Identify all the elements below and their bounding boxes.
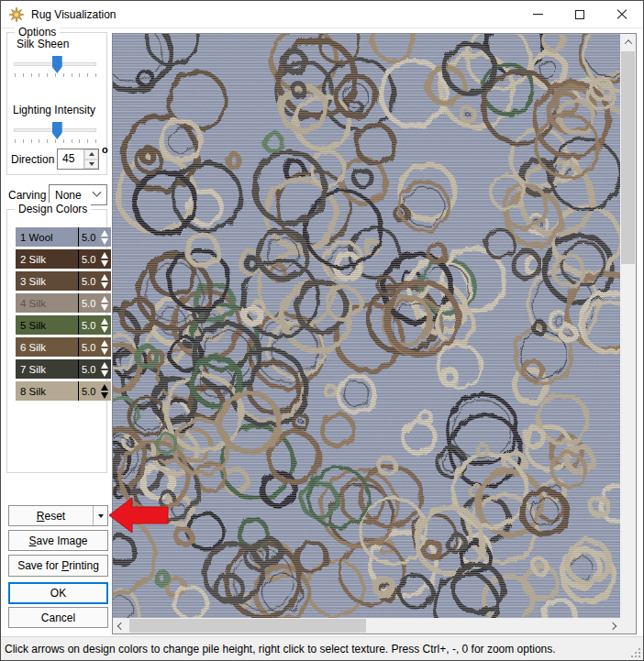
design-colors-group: Design Colors 1 Wool5.02 Silk5.03 Silk5.… [6,209,107,473]
degree-unit: o [102,144,108,155]
design-color-row[interactable]: 7 Silk5.0 [16,359,111,379]
maximize-icon [575,10,584,19]
pile-down-arrow[interactable] [101,392,108,399]
horizontal-scrollbar[interactable] [113,618,620,633]
pile-up-arrow[interactable] [101,296,108,303]
vertical-scrollbar[interactable] [620,34,636,633]
pile-down-arrow[interactable] [101,348,108,355]
pile-height-arrows [99,252,111,267]
pile-down-arrow[interactable] [101,238,108,245]
save-for-printing-button-label: Save for Printing [17,559,99,572]
status-bar: Click arrows on design colors to change … [1,636,643,660]
silk-sheen-slider[interactable] [14,62,96,66]
pile-height-value: 5.0 [79,386,99,397]
down-arrow-icon [89,162,94,166]
pile-height-value: 5.0 [79,254,99,265]
save-image-button[interactable]: Save Image [8,530,108,551]
lighting-intensity-label: Lighting Intensity [13,104,95,116]
rug-texture-image[interactable] [113,34,620,618]
pile-down-arrow[interactable] [101,304,108,311]
cancel-button[interactable]: Cancel [8,607,108,628]
pile-height-arrows [99,362,111,377]
direction-spinner[interactable]: 45 [57,149,99,170]
pile-up-arrow[interactable] [101,230,108,237]
minimize-button[interactable] [516,1,559,28]
pile-height-value: 5.0 [79,320,99,331]
pile-height-value: 5.0 [79,342,99,353]
ok-button-label: OK [50,587,66,600]
design-color-label: 4 Silk [16,298,78,309]
red-annotation-arrow-icon [106,495,171,535]
title-bar: Rug Visualization [1,1,643,28]
pile-height-arrows [99,384,111,399]
minimize-icon [533,14,543,15]
pile-height-arrows [99,296,111,311]
up-arrow-icon [89,152,94,156]
scrollbar-corner [620,618,636,633]
direction-label: Direction [11,153,54,166]
chevron-down-icon [93,188,102,197]
resize-grip[interactable] [630,647,642,659]
design-colors-group-label: Design Colors [15,203,91,215]
horizontal-scrollbar-thumb[interactable] [129,619,366,633]
pile-down-arrow[interactable] [101,282,108,289]
pile-up-arrow[interactable] [101,252,108,259]
pile-height-arrows [99,230,111,245]
pile-height-arrows [99,340,111,355]
direction-value[interactable]: 45 [58,149,83,169]
design-color-row[interactable]: 1 Wool5.0 [16,227,111,247]
dropdown-arrow-icon [98,514,104,518]
design-color-row[interactable]: 4 Silk5.0 [16,293,111,313]
design-color-row[interactable]: 6 Silk5.0 [16,337,111,357]
pile-height-value: 5.0 [79,298,99,309]
design-color-label: 1 Wool [16,232,78,243]
reset-button-label: Reset [37,510,65,523]
pile-down-arrow[interactable] [101,326,108,333]
scroll-right-button[interactable] [605,618,620,633]
pile-height-value: 5.0 [79,364,99,375]
reset-button[interactable]: Reset [8,505,108,526]
pile-down-arrow[interactable] [101,370,108,377]
vertical-scrollbar-thumb[interactable] [621,51,635,264]
save-image-button-label: Save Image [28,534,87,547]
pile-up-arrow[interactable] [101,318,108,325]
chevron-up-icon [624,39,631,47]
pile-height-arrows [99,318,111,333]
design-color-row[interactable]: 2 Silk5.0 [16,249,111,269]
direction-down-button[interactable] [84,160,98,170]
save-for-printing-button[interactable]: Save for Printing [8,555,108,577]
design-color-label: 8 Silk [16,386,78,397]
direction-spin-buttons [83,149,98,169]
silk-sheen-ticks [15,73,96,77]
scroll-left-button[interactable] [113,618,128,633]
close-button[interactable] [601,1,643,28]
pile-up-arrow[interactable] [101,362,108,369]
design-color-row[interactable]: 8 Silk5.0 [16,381,111,401]
chevron-left-icon [117,622,124,629]
pile-up-arrow[interactable] [101,340,108,347]
scroll-up-button[interactable] [620,34,636,50]
reset-dropdown-button[interactable] [93,506,107,525]
design-color-row[interactable]: 5 Silk5.0 [16,315,111,335]
carving-label: Carving [8,189,46,202]
silk-sheen-slider-thumb[interactable] [52,56,62,73]
pile-height-value: 5.0 [79,276,99,287]
direction-up-button[interactable] [84,149,98,160]
window-controls [516,1,643,28]
silk-sheen-label: Silk Sheen [17,38,69,50]
close-icon [616,9,627,20]
ok-button[interactable]: OK [8,582,108,604]
maximize-button[interactable] [559,1,601,28]
design-color-label: 5 Silk [16,320,78,331]
design-color-label: 3 Silk [16,276,78,287]
lighting-intensity-slider-thumb[interactable] [52,122,62,139]
design-color-label: 2 Silk [16,254,78,265]
pile-up-arrow[interactable] [101,274,108,281]
pile-height-value: 5.0 [79,232,99,243]
design-color-row[interactable]: 3 Silk5.0 [16,271,111,291]
lighting-intensity-slider[interactable] [14,128,96,132]
pile-down-arrow[interactable] [101,260,108,267]
cancel-button-label: Cancel [41,611,75,624]
pile-up-arrow[interactable] [101,384,108,391]
rug-visualization-window: Rug Visualization Options Silk Sheen Lig… [0,0,644,661]
